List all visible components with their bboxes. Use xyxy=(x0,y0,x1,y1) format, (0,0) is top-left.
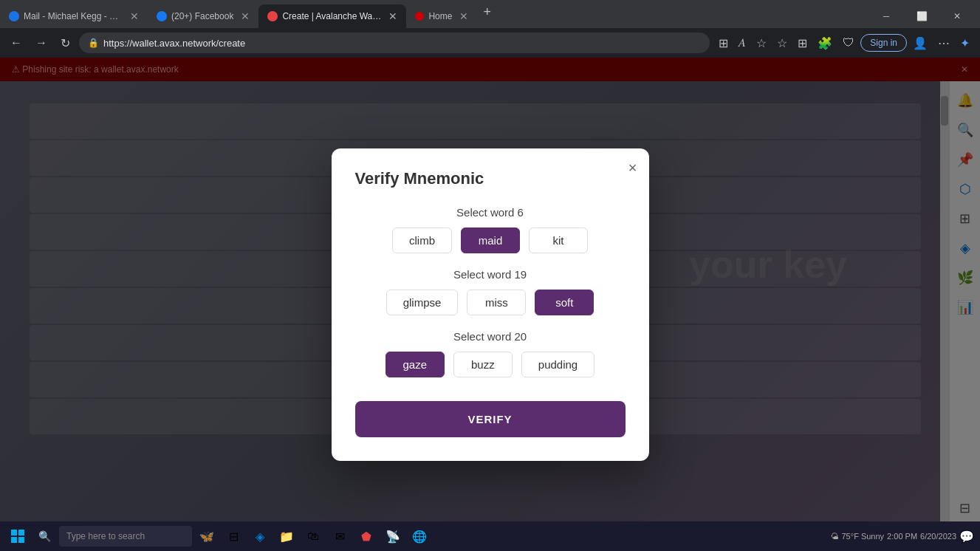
word-soft-button[interactable]: soft xyxy=(535,290,594,315)
address-bar-row: ← → ↻ 🔒 https://wallet.avax.network/crea… xyxy=(0,28,980,58)
taskbar-date: 6/20/2023 xyxy=(920,532,956,541)
lock-icon: 🔒 xyxy=(88,38,99,48)
settings-icon[interactable]: ⋯ xyxy=(933,33,954,53)
word-gaze-button[interactable]: gaze xyxy=(386,352,445,377)
tab-avax[interactable]: Create | Avalanche Wallet ✕ xyxy=(258,4,406,28)
taskbar-butterfly-icon: 🦋 xyxy=(195,524,219,548)
system-tray: 🌤 75°F Sunny 2:00 PM 6/20/2023 💬 xyxy=(831,530,974,544)
tab-avax-icon xyxy=(267,11,278,21)
word-climb-button[interactable]: climb xyxy=(392,227,452,253)
verify-mnemonic-modal: × Verify Mnemonic Select word 6 climb ma… xyxy=(332,148,649,461)
toolbar-icons: ⊞ 𝐴 ☆ ☆ ⊞ 🧩 🛡 Sign in 👤 ⋯ ✦ xyxy=(714,33,974,53)
modal-close-button[interactable]: × xyxy=(628,160,637,175)
new-tab-button[interactable]: + xyxy=(477,4,497,28)
tab-home-label: Home xyxy=(428,11,452,21)
word-group-19: Select word 19 glimpse miss soft xyxy=(355,268,626,315)
page-area: ⚠ Phishing site risk: a wallet.avax.netw… xyxy=(0,58,980,551)
forward-button[interactable]: → xyxy=(31,33,52,52)
word-group-19-label: Select word 19 xyxy=(355,268,626,281)
taskbar-filezilla-icon[interactable]: 📡 xyxy=(381,524,405,548)
taskbar-store-icon[interactable]: 🛍 xyxy=(301,524,325,548)
tab-avax-close[interactable]: ✕ xyxy=(388,10,397,22)
word-group-20: Select word 20 gaze buzz pudding xyxy=(355,330,626,377)
word-glimpse-button[interactable]: glimpse xyxy=(386,290,459,315)
word-group-19-options: glimpse miss soft xyxy=(355,290,626,315)
taskbar-weather: 🌤 75°F Sunny xyxy=(831,532,884,541)
svg-rect-2 xyxy=(11,537,17,543)
tab-avax-label: Create | Avalanche Wallet xyxy=(282,11,381,21)
taskbar-chrome-icon[interactable]: 🌐 xyxy=(408,524,431,548)
svg-rect-3 xyxy=(18,537,24,543)
tab-mail-label: Mail - Michael Kegg - Outlook xyxy=(24,11,123,21)
copilot-icon[interactable]: ✦ xyxy=(956,33,974,53)
taskbar: 🔍 Type here to search 🦋 ⊟ ◈ 📁 🛍 ✉ ⬟ 📡 🌐 … xyxy=(0,521,980,551)
minimize-button[interactable]: ─ xyxy=(869,4,903,28)
taskbar-notification-center[interactable]: 💬 xyxy=(959,530,974,544)
taskbar-search-box[interactable]: Type here to search xyxy=(59,526,192,547)
taskbar-search-icon[interactable]: 🔍 xyxy=(32,524,56,548)
taskbar-explorer-icon[interactable]: 📁 xyxy=(275,524,298,548)
word-group-6: Select word 6 climb maid kit xyxy=(355,206,626,253)
tab-facebook-close[interactable]: ✕ xyxy=(241,10,250,22)
browser-essentials-icon[interactable]: 🛡 xyxy=(838,33,859,52)
apps-icon[interactable]: ⊞ xyxy=(714,33,733,53)
profile-icon[interactable]: 👤 xyxy=(908,33,932,53)
word-maid-button[interactable]: maid xyxy=(461,227,520,253)
reload-button[interactable]: ↻ xyxy=(56,33,75,53)
svg-rect-1 xyxy=(18,530,24,535)
address-bar[interactable]: 🔒 https://wallet.avax.network/create xyxy=(79,32,710,53)
browser-chrome: Mail - Michael Kegg - Outlook ✕ (20+) Fa… xyxy=(0,0,980,58)
extensions-icon[interactable]: 🧩 xyxy=(813,33,837,53)
tab-mail-close[interactable]: ✕ xyxy=(130,10,139,22)
word-kit-button[interactable]: kit xyxy=(529,227,588,253)
taskbar-task-view[interactable]: ⊟ xyxy=(222,524,245,548)
tab-facebook-icon xyxy=(157,11,167,21)
tab-facebook[interactable]: (20+) Facebook ✕ xyxy=(148,4,258,28)
taskbar-edge-icon[interactable]: ◈ xyxy=(248,524,272,548)
word-buzz-button[interactable]: buzz xyxy=(453,352,513,377)
word-group-6-options: climb maid kit xyxy=(355,227,626,253)
sign-in-button[interactable]: Sign in xyxy=(860,34,907,52)
tab-mail-icon xyxy=(9,11,19,21)
tab-bar: Mail - Michael Kegg - Outlook ✕ (20+) Fa… xyxy=(0,0,980,28)
word-miss-button[interactable]: miss xyxy=(467,290,526,315)
taskbar-time: 2:00 PM xyxy=(887,532,917,541)
taskbar-avax-icon[interactable]: ⬟ xyxy=(354,524,378,548)
close-button[interactable]: ✕ xyxy=(940,4,974,28)
tabs-container: Mail - Michael Kegg - Outlook ✕ (20+) Fa… xyxy=(0,4,869,28)
favorites-bar-icon[interactable]: ☆ xyxy=(772,33,792,53)
collections-icon[interactable]: ⊞ xyxy=(793,33,812,53)
start-button[interactable] xyxy=(6,524,30,548)
tab-mail[interactable]: Mail - Michael Kegg - Outlook ✕ xyxy=(0,4,148,28)
word-group-20-options: gaze buzz pudding xyxy=(355,352,626,377)
back-button[interactable]: ← xyxy=(6,33,27,52)
word-group-6-label: Select word 6 xyxy=(355,206,626,219)
tab-home[interactable]: Home ✕ xyxy=(406,4,477,28)
maximize-button[interactable]: ⬜ xyxy=(905,4,939,28)
tab-facebook-label: (20+) Facebook xyxy=(171,11,233,21)
tab-home-close[interactable]: ✕ xyxy=(459,10,468,22)
tab-home-icon xyxy=(415,12,424,21)
modal-overlay: × Verify Mnemonic Select word 6 climb ma… xyxy=(0,58,980,551)
favorites-icon[interactable]: ☆ xyxy=(752,33,771,53)
svg-rect-0 xyxy=(11,530,17,535)
taskbar-mail-icon[interactable]: ✉ xyxy=(328,524,352,548)
modal-title: Verify Mnemonic xyxy=(355,169,626,188)
address-text: https://wallet.avax.network/create xyxy=(103,38,701,49)
verify-button[interactable]: VERIFY xyxy=(355,401,626,437)
read-aloud-icon[interactable]: 𝐴 xyxy=(734,33,750,52)
window-controls: ─ ⬜ ✕ xyxy=(869,4,980,28)
word-pudding-button[interactable]: pudding xyxy=(521,352,594,377)
word-group-20-label: Select word 20 xyxy=(355,330,626,343)
